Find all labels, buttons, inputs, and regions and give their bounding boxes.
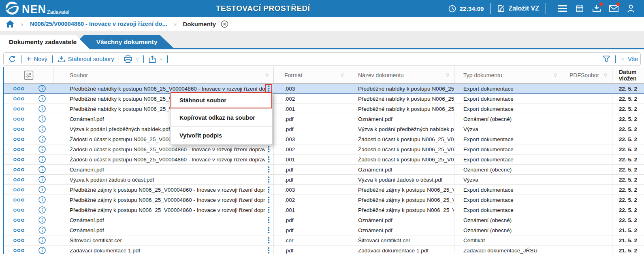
column-header-datum-vlozeni[interactable]: Datum vložen <box>612 67 644 83</box>
row-menu-button[interactable] <box>265 246 272 254</box>
app-logo[interactable]: NEN Zadavatel <box>0 1 69 17</box>
column-filter-icon[interactable]: ▽ <box>341 73 344 77</box>
view-selector[interactable]: ▽ Vše <box>621 56 638 62</box>
menu-item-kopirovat-odkaz[interactable]: Kopírovat odkaz na soubor <box>171 109 272 127</box>
table-row[interactable]: Předběžné zájmy k postupu N006_25_V00004… <box>4 205 644 215</box>
download-files-button[interactable]: Stáhnout soubory <box>58 55 114 63</box>
column-header-typ[interactable]: Typ dokumentu ▽ <box>454 67 562 83</box>
column-filter-icon[interactable]: ▽ <box>554 73 557 77</box>
table-row[interactable]: Zadávací dokumentace 1.pdf.pdfZadávací d… <box>4 246 644 254</box>
table-row[interactable]: Šifrovací certifikát.cer.cerŠifrovací ce… <box>4 235 644 246</box>
column-header-nazev[interactable]: Název dokumentu ▽ <box>349 67 454 83</box>
row-actions-icon[interactable] <box>13 158 24 161</box>
table-row[interactable]: Oznámení.pdf.pdfOznámení.pdfOznámení (ob… <box>4 114 644 124</box>
kebab-menu-icon[interactable] <box>268 247 270 254</box>
table-row[interactable]: Výzva k podání předběžných nabídek.pdf.p… <box>4 124 644 134</box>
row-menu-button[interactable] <box>265 226 272 235</box>
kebab-menu-icon[interactable] <box>268 85 270 92</box>
table-row[interactable]: Žádosti o účast k postupu N006_25_V00004… <box>4 144 644 155</box>
export-button[interactable]: ▽ <box>149 55 162 63</box>
row-menu-button[interactable] <box>265 165 272 174</box>
info-icon[interactable] <box>38 206 46 214</box>
table-row[interactable]: Předběžné zájmy k postupu N006_25_V00004… <box>4 195 644 205</box>
user-icon[interactable] <box>624 2 638 15</box>
info-icon[interactable] <box>38 247 46 254</box>
downloads-tray-icon[interactable] <box>590 2 603 15</box>
row-actions-icon[interactable] <box>13 117 24 121</box>
row-actions-icon[interactable] <box>13 188 24 192</box>
row-actions-icon[interactable] <box>13 208 24 212</box>
row-actions-icon[interactable] <box>13 198 24 202</box>
kebab-menu-icon[interactable] <box>268 197 270 203</box>
menu-item-stahnout-soubor[interactable]: Stáhnout soubor <box>171 92 272 109</box>
row-actions-icon[interactable] <box>13 107 24 111</box>
info-icon[interactable] <box>38 135 46 143</box>
table-row[interactable]: Předběžné nabídky k postupu N006_25_V000… <box>4 84 644 94</box>
row-menu-button[interactable] <box>265 145 272 154</box>
info-icon[interactable] <box>38 156 46 163</box>
info-icon[interactable] <box>38 176 46 183</box>
table-row[interactable]: Předběžné nabídky k postupu N006_25_V000… <box>4 94 644 104</box>
row-actions-icon[interactable] <box>13 178 24 182</box>
new-button[interactable]: + Nový <box>26 55 47 63</box>
info-icon[interactable] <box>38 186 46 193</box>
info-icon[interactable] <box>38 85 46 92</box>
kebab-menu-icon[interactable] <box>268 146 270 152</box>
row-menu-button[interactable] <box>265 155 272 164</box>
kebab-menu-icon[interactable] <box>268 227 270 233</box>
info-icon[interactable] <box>38 95 46 102</box>
row-actions-icon[interactable] <box>13 229 24 232</box>
kebab-menu-icon[interactable] <box>268 156 270 163</box>
table-row[interactable]: Žádosti o účast k postupu N006_25_V00004… <box>4 134 644 144</box>
row-menu-button[interactable] <box>265 236 272 245</box>
row-menu-button[interactable] <box>265 216 272 225</box>
info-icon[interactable] <box>38 146 46 153</box>
menu-hamburger-icon[interactable] <box>556 2 569 15</box>
info-icon[interactable] <box>38 196 46 203</box>
row-actions-icon[interactable] <box>13 148 24 151</box>
info-icon[interactable] <box>38 226 46 234</box>
calendar-icon[interactable] <box>573 2 586 15</box>
row-actions-icon[interactable] <box>13 87 24 91</box>
table-row[interactable]: Výzva k podání žádosti o účast.pdf.pdfVý… <box>4 175 644 185</box>
column-header-soubor[interactable]: Soubor ▽ <box>53 67 274 83</box>
table-row[interactable]: Oznámení.pdf.pdfOznámení.pdfOznámení (ob… <box>4 225 644 235</box>
table-row[interactable]: Oznámení.pdf.pdfOznámení.pdfOznámení (ob… <box>4 165 644 175</box>
info-icon[interactable] <box>38 105 46 112</box>
info-icon[interactable] <box>38 125 46 133</box>
refresh-button[interactable] <box>9 55 16 63</box>
close-breadcrumb-icon[interactable] <box>221 20 228 28</box>
row-menu-button[interactable] <box>265 175 272 184</box>
row-menu-button[interactable] <box>265 205 272 215</box>
row-actions-icon[interactable] <box>13 97 24 101</box>
home-icon[interactable] <box>6 20 14 28</box>
row-actions-icon[interactable] <box>13 218 24 222</box>
kebab-menu-icon[interactable] <box>268 207 270 213</box>
mail-icon[interactable] <box>607 2 621 15</box>
create-vz-button[interactable]: Založit VZ <box>497 4 539 13</box>
tab-dokumenty-zadavatele[interactable]: Dokumenty zadavatele <box>0 35 90 49</box>
table-row[interactable]: Žádosti o účast k postupu N006_25_V00004… <box>4 155 644 165</box>
print-button[interactable]: ▽ <box>124 55 139 63</box>
column-filter-icon[interactable]: ▽ <box>446 73 449 77</box>
info-icon[interactable] <box>38 166 46 173</box>
row-actions-icon[interactable] <box>13 138 24 141</box>
column-header-pdfsoubor[interactable]: PDFSoubor ▽ <box>562 67 612 83</box>
column-settings-button[interactable] <box>4 67 53 83</box>
info-icon[interactable] <box>38 237 46 244</box>
kebab-menu-icon[interactable] <box>268 166 270 173</box>
column-header-format[interactable]: Formát ▽ <box>274 67 349 83</box>
row-actions-icon[interactable] <box>13 127 24 131</box>
column-filter-icon[interactable]: ▽ <box>604 73 607 77</box>
kebab-menu-icon[interactable] <box>268 237 270 243</box>
row-actions-icon[interactable] <box>13 239 24 242</box>
kebab-menu-icon[interactable] <box>268 217 270 223</box>
row-menu-button[interactable] <box>265 185 272 195</box>
breadcrumb-procedure[interactable]: N006/25/V00004860 - Inovace v rozvoji ří… <box>30 21 167 27</box>
kebab-menu-icon[interactable] <box>268 186 270 193</box>
kebab-menu-icon[interactable] <box>268 176 270 183</box>
table-row[interactable]: Oznámení.pdf.pdfOznámení.pdfOznámení (ob… <box>4 215 644 225</box>
menu-item-vytvorit-podpis[interactable]: Vytvořit podpis <box>171 127 272 144</box>
row-actions-icon[interactable] <box>13 168 24 171</box>
filter-button[interactable] <box>602 55 610 63</box>
